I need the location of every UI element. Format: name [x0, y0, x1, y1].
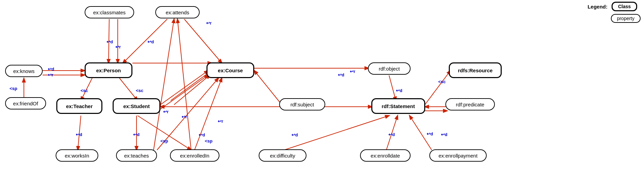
- node-ex-enrolldate: ex:enrolldate: [360, 149, 411, 162]
- edge-label-enrolldate-d: ↩d: [388, 132, 395, 137]
- edge-label-enrolledin-d: ↩d: [199, 132, 205, 137]
- edge-label-sc-student: <sc: [136, 88, 143, 93]
- edge-label-sc-teacher: <sc: [81, 88, 88, 93]
- node-label-ex-enrollpayment: ex:enrollpayment: [439, 153, 477, 159]
- node-ex-person: ex:Person: [85, 62, 132, 78]
- svg-line-11: [138, 116, 191, 150]
- svg-line-15: [177, 19, 191, 150]
- node-label-ex-enrolledin: ex:enrolledIn: [180, 153, 210, 159]
- diagram-container: ex:knows ex:friendOf ex:classmates ex:at…: [0, 0, 644, 178]
- legend-property-label: property: [617, 16, 634, 21]
- edge-label-worksin-d: ↩d: [76, 132, 82, 137]
- svg-line-12: [160, 71, 208, 105]
- node-label-rdf-subject: rdf:subject: [290, 102, 314, 107]
- svg-line-8: [119, 78, 138, 101]
- node-label-rdf-statement: rdf:Statement: [382, 103, 415, 109]
- edge-label-object-statement-d: ↩d: [396, 88, 402, 93]
- node-ex-course: ex:Course: [206, 62, 254, 78]
- node-ex-teacher: ex:Teacher: [56, 98, 102, 114]
- edge-label-classmates-d: ↩d: [106, 39, 113, 44]
- edge-label-student-course-r1: ↩r: [163, 109, 169, 114]
- node-ex-knows: ex:knows: [5, 65, 43, 77]
- svg-line-19: [254, 71, 280, 102]
- node-rdf-object: rdf:object: [368, 62, 411, 75]
- edge-label-sp-friendof: <sp: [10, 86, 17, 91]
- edge-label-knows-r: ↩r: [48, 72, 53, 77]
- node-ex-difficulty: ex:difficulty: [259, 149, 306, 162]
- svg-line-6: [184, 19, 222, 63]
- node-label-rdf-object: rdf:object: [379, 66, 400, 72]
- svg-line-31: [174, 75, 210, 105]
- edge-label-statement-predicate-d: ↩d: [427, 131, 433, 136]
- node-label-ex-difficulty: ex:difficulty: [270, 153, 295, 159]
- edge-label-course-object-r: ↩r: [350, 69, 355, 74]
- svg-line-5: [123, 19, 167, 63]
- edge-label-attends-r: ↩r: [206, 20, 212, 26]
- edge-label-enrollpayment-d: ↩d: [441, 132, 447, 137]
- node-label-ex-worksin: ex:worksIn: [65, 153, 89, 159]
- legend-class-node: Class: [612, 2, 637, 11]
- node-ex-student: ex:Student: [113, 98, 160, 114]
- edge-label-rdfobject-d: ↩d: [338, 72, 344, 77]
- node-ex-friendof: ex:friendOf: [5, 97, 46, 109]
- node-ex-classmates: ex:classmates: [85, 6, 134, 18]
- node-label-ex-teaches: ex:teaches: [124, 153, 149, 159]
- node-label-ex-teacher: ex:Teacher: [66, 103, 92, 109]
- node-rdf-subject: rdf:subject: [279, 98, 325, 110]
- node-rdfs-resource: rdfs:Resource: [449, 62, 502, 78]
- legend-label: Legend:: [588, 4, 607, 10]
- legend-property-row: property: [611, 14, 641, 23]
- node-label-ex-person: ex:Person: [96, 68, 121, 73]
- node-label-ex-classmates: ex:classmates: [93, 10, 126, 15]
- node-ex-worksin: ex:worksIn: [56, 149, 98, 162]
- node-ex-attends: ex:attends: [155, 6, 200, 18]
- node-label-ex-attends: ex:attends: [166, 10, 189, 15]
- edge-label-knows-d: ↩d: [48, 66, 54, 72]
- node-ex-teaches: ex:teaches: [116, 149, 157, 162]
- legend: Legend: Class property: [588, 2, 641, 23]
- node-label-ex-enrolldate: ex:enrolldate: [371, 153, 400, 159]
- svg-line-22: [389, 75, 396, 101]
- edge-label-student-course-r2: ↩r: [182, 114, 187, 119]
- svg-line-25: [425, 71, 450, 105]
- edge-label-attends-d: ↩d: [147, 39, 154, 44]
- edge-label-classmates-r: ↩r: [115, 44, 121, 49]
- edge-label-sp-enrolledin: <sp: [205, 138, 213, 144]
- node-label-ex-knows: ex:knows: [13, 68, 35, 74]
- edge-label-sp-teaches: <sp: [160, 138, 168, 144]
- edge-label-statement-resource-sc: <sc: [438, 79, 446, 84]
- legend-title-row: Legend: Class: [588, 2, 638, 11]
- node-rdf-statement: rdf:Statement: [371, 98, 425, 114]
- node-ex-enrolledin: ex:enrolledIn: [170, 149, 219, 162]
- svg-line-26: [284, 116, 389, 150]
- node-label-rdfs-resource: rdfs:Resource: [458, 68, 493, 73]
- node-rdf-predicate: rdf:predicate: [445, 98, 495, 110]
- node-label-ex-student: ex:Student: [123, 103, 150, 109]
- node-label-ex-friendof: ex:friendOf: [13, 101, 38, 106]
- svg-line-30: [171, 71, 212, 101]
- svg-line-13: [160, 75, 208, 109]
- node-label-ex-course: ex:Course: [218, 68, 243, 73]
- legend-property-node: property: [611, 14, 641, 23]
- node-ex-enrollpayment: ex:enrollpayment: [429, 149, 487, 162]
- edge-label-enrolledin-r: ↩r: [218, 119, 223, 124]
- edge-label-rdfsubject-d: ↩d: [291, 132, 298, 137]
- svg-line-17: [154, 19, 174, 150]
- edge-label-teaches-d: ↩d: [133, 132, 140, 137]
- legend-class-label: Class: [618, 4, 631, 9]
- node-label-rdf-predicate: rdf:predicate: [456, 102, 484, 107]
